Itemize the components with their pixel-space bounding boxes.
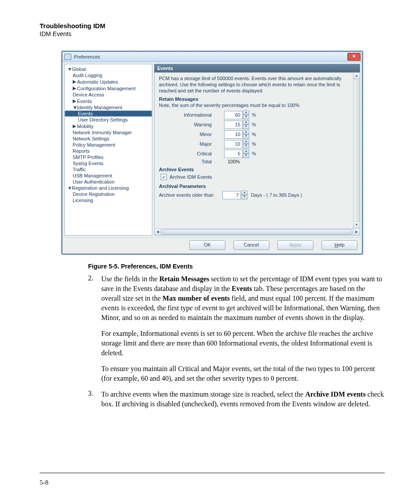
tree-node-mobility[interactable]: ▶Mobility [65, 123, 152, 129]
archive-older-label: Archive events older than [159, 192, 214, 198]
percent-label: % [252, 132, 256, 137]
step-3: 3. To archive events when the maximum st… [88, 390, 385, 409]
tree-node-user-directory-settings[interactable]: User Directory Settings [65, 117, 152, 123]
spin-down-icon[interactable]: ▼ [243, 134, 249, 139]
spin-down-icon[interactable]: ▼ [243, 115, 249, 119]
warning-row: Warning ▲▼ % [159, 120, 356, 129]
tree-node-device-access[interactable]: Device Access [65, 92, 152, 98]
vertical-scrollbar[interactable]: ▲▼ [353, 73, 360, 228]
preferences-dialog: Preferences ✕ ▼Global Audit Logging ▶Aut… [61, 51, 363, 255]
spin-down-icon[interactable]: ▼ [243, 144, 249, 148]
tree-node-events[interactable]: ▶Events [65, 98, 152, 104]
scroll-down-icon[interactable]: ▼ [354, 221, 360, 228]
critical-label: Critical [159, 151, 212, 156]
archival-parameters-header: Archival Parameters [159, 184, 356, 189]
events-panel: Events PCM has a storage limit of 500000… [154, 64, 360, 235]
events-intro-text: PCM has a storage limit of 500000 events… [159, 75, 356, 94]
informational-label: Informational [159, 112, 212, 118]
percent-label: % [252, 122, 256, 127]
tree-node-licensing[interactable]: Licensing [65, 197, 152, 203]
total-row: Total 100% [159, 159, 356, 164]
minor-input[interactable] [224, 130, 243, 139]
tree-node-registration-and-licensing[interactable]: ▼Registration and Licensing [65, 185, 152, 191]
running-head-subtitle: IDM Events [40, 30, 385, 37]
dialog-title: Preferences [74, 54, 100, 59]
percent-label: % [252, 141, 256, 147]
major-input[interactable] [224, 140, 243, 148]
warning-input[interactable] [224, 121, 243, 129]
archive-events-header: Archive Events [159, 167, 356, 172]
tree-node-device-registration[interactable]: Device Registration [65, 191, 152, 197]
archive-older-input[interactable] [222, 191, 241, 199]
warning-label: Warning [159, 122, 212, 127]
scroll-up-icon[interactable]: ▲ [354, 73, 360, 79]
dialog-button-bar: OK Cancel Apply Help [63, 237, 362, 254]
events-panel-title: Events [154, 64, 360, 73]
informational-input[interactable] [224, 111, 243, 119]
apply-button: Apply [277, 240, 313, 250]
step-number: 3. [88, 390, 93, 397]
close-button[interactable]: ✕ [347, 53, 361, 61]
footer-rule [40, 473, 385, 473]
retain-messages-note: Note, the sum of the severity percentage… [159, 103, 356, 108]
spin-up-icon[interactable]: ▲ [243, 140, 249, 144]
ok-button[interactable]: OK [189, 240, 225, 250]
preferences-tree[interactable]: ▼Global Audit Logging ▶Automatic Updates… [64, 64, 152, 235]
percent-label: % [252, 112, 256, 118]
figure-caption: Figure 5-5. Preferences, IDM Events [88, 263, 385, 270]
spin-down-icon[interactable]: ▼ [243, 154, 249, 158]
tree-node-user-authentication[interactable]: User Authentication [65, 179, 152, 185]
page-number: 5-8 [40, 479, 48, 486]
minor-label: Minor [159, 132, 212, 137]
tree-node-idm-events-selected[interactable]: Events [65, 110, 152, 117]
spin-up-icon[interactable]: ▲ [241, 191, 247, 195]
archive-older-row: Archive events older than ▲▼ Days - ( 7 … [159, 191, 356, 199]
tree-node-traffic[interactable]: Traffic [65, 166, 152, 173]
step-number: 2. [88, 274, 93, 282]
tree-node-network-immunity-manager[interactable]: Network Immunity Manager [65, 129, 152, 136]
spin-up-icon[interactable]: ▲ [243, 130, 249, 134]
tree-node-configuration-management[interactable]: ▶Configuration Management [65, 85, 152, 92]
spin-up-icon[interactable]: ▲ [243, 120, 249, 125]
step-2: 2. Use the fields in the Retain Messages… [88, 274, 385, 383]
tree-node-reports[interactable]: Reports [65, 148, 152, 154]
spin-down-icon[interactable]: ▼ [241, 195, 247, 199]
tree-node-usb-management[interactable]: USB Management [65, 173, 152, 179]
critical-input[interactable] [224, 150, 243, 158]
minor-row: Minor ▲▼ % [159, 130, 356, 139]
monitor-icon [64, 54, 71, 60]
tree-node-automatic-updates[interactable]: ▶Automatic Updates [65, 78, 152, 85]
archive-idm-events-label: Archive IDM Events [169, 174, 212, 180]
help-button[interactable]: Help [321, 240, 357, 250]
scroll-thumb[interactable] [162, 229, 352, 235]
cancel-button[interactable]: Cancel [233, 240, 269, 250]
tree-node-smtp-profiles[interactable]: SMTP Profiles [65, 154, 152, 160]
total-label: Total [159, 159, 212, 164]
horizontal-scrollbar[interactable]: ◀▶ [155, 228, 360, 235]
tree-node-policy-management[interactable]: Policy Management [65, 142, 152, 148]
tree-node-network-settings[interactable]: Network Settings [65, 136, 152, 142]
informational-row: Informational ▲▼ % [159, 110, 356, 119]
major-label: Major [159, 141, 212, 147]
spin-down-icon[interactable]: ▼ [243, 125, 249, 129]
tree-node-identity-management[interactable]: ▼Identity Management [65, 104, 152, 110]
instruction-list: 2. Use the fields in the Retain Messages… [88, 274, 385, 409]
step-2-paragraph-3: To ensure you maintain all Critical and … [101, 364, 385, 383]
step-2-paragraph-2: For example, Informational events is set… [101, 329, 385, 358]
tree-node-audit-logging[interactable]: Audit Logging [65, 72, 152, 78]
scroll-right-icon[interactable]: ▶ [353, 229, 360, 235]
spin-up-icon[interactable]: ▲ [243, 149, 249, 154]
retain-messages-header: Retain Messages [159, 96, 356, 102]
percent-label: % [252, 151, 256, 156]
critical-row: Critical ▲▼ % [159, 149, 356, 158]
major-row: Major ▲▼ % [159, 140, 356, 148]
archive-idm-events-checkbox[interactable]: ✓ [161, 174, 167, 180]
dialog-titlebar: Preferences ✕ [63, 52, 362, 62]
spin-up-icon[interactable]: ▲ [243, 110, 249, 115]
archive-idm-events-row: ✓ Archive IDM Events [161, 174, 356, 180]
total-value: 100% [228, 159, 240, 164]
scroll-left-icon[interactable]: ◀ [155, 229, 161, 235]
tree-node-syslog-events[interactable]: Syslog Events [65, 160, 152, 166]
archive-older-range: Days - ( 7 to 365 Days ) [251, 192, 302, 198]
tree-node-global[interactable]: ▼Global [65, 66, 152, 72]
